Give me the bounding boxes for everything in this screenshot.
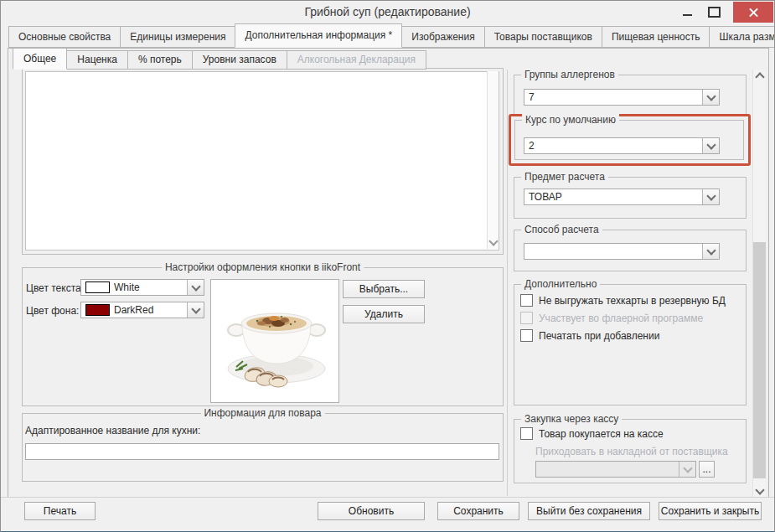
calc-method-group-title: Способ расчета [521,224,602,235]
darkred-color-swatch [85,304,110,316]
minimize-icon [683,14,692,16]
tab-loss-percent[interactable]: % потерь [127,50,193,70]
panel-divider [507,70,508,496]
kitchen-name-input[interactable] [25,443,499,460]
calc-subject-group-title: Предмет расчета [521,171,608,183]
checkbox-icon[interactable] [520,329,533,342]
allergen-group-title: Группы аллергенов [521,69,618,80]
maximize-button[interactable] [703,3,725,21]
tab-images[interactable]: Изображения [401,26,484,48]
maximize-icon [708,7,721,18]
calc-method-dropdown[interactable] [524,243,720,260]
save-and-close-button[interactable]: Сохранить и закрыть [659,502,762,520]
footer-divider [1,497,774,498]
cook-info-group-title: Информация для повара [200,407,324,419]
soup-image [211,280,337,400]
chevron-down-icon[interactable] [187,280,204,295]
allergen-value: 7 [524,91,702,103]
chevron-down-icon[interactable] [702,244,719,259]
invoice-dropdown [535,461,696,478]
main-tab-strip: Основные свойства Единицы измерения Допо… [8,26,775,48]
tab-units[interactable]: Единицы измерения [120,26,235,48]
edit-dialog-window: Грибной суп (редактирование) Основные св… [0,0,775,532]
dish-image-frame [210,279,339,403]
tab-nutrition[interactable]: Пищевая ценность [602,26,710,48]
bg-color-label: Цвет фона: [26,305,79,317]
checkbox-icon[interactable] [520,294,533,307]
checkbox-icon [520,312,533,324]
scroll-down-icon[interactable] [753,484,766,497]
invoice-label: Приходовать в накладной от поставщика [535,446,728,457]
chevron-down-icon[interactable] [702,90,719,105]
choose-image-button[interactable]: Выбрать... [343,280,425,298]
kitchen-name-label: Адаптированное название для кухни: [25,425,200,436]
save-button[interactable]: Сохранить [437,502,519,520]
course-value: 2 [524,140,702,152]
page-scrollbar[interactable] [752,70,766,497]
course-group-title: Курс по умолчанию [522,114,619,126]
text-color-label: Цвет текста: [26,282,84,294]
chevron-down-icon[interactable] [187,302,204,318]
tab-markup[interactable]: Наценка [66,50,128,70]
scroll-down-icon[interactable] [488,236,498,245]
bg-color-value: DarkRed [110,304,187,316]
allergen-dropdown[interactable]: 7 [524,89,720,106]
title-bar: Грибной суп (редактирование) [1,1,774,24]
invoice-browse-button: ... [699,461,715,478]
bg-color-dropdown[interactable]: DarkRed [80,302,204,318]
tab-supplier-goods[interactable]: Товары поставщиков [484,26,602,48]
exit-without-save-button[interactable]: Выйти без сохранения [528,502,650,520]
minimize-button[interactable] [676,3,698,21]
checkbox-flyer-program: Участвует во флаерной программе [520,312,703,324]
course-dropdown[interactable]: 2 [524,137,720,154]
close-button[interactable] [733,2,773,23]
sub-tab-strip: Общее Наценка % потерь Уровни запасов Ал… [13,49,426,70]
text-color-dropdown[interactable]: White [80,279,204,296]
scrollbar-thumb[interactable] [753,242,766,478]
purchase-group-title: Закупка через кассу [521,413,622,425]
tab-alcohol-declaration: Алкогольная Декларация [287,50,426,70]
text-color-value: White [110,281,187,293]
description-scrollbar[interactable] [487,71,499,249]
white-color-swatch [85,281,110,293]
tab-main-properties[interactable]: Основные свойства [8,26,121,48]
tab-stock-levels[interactable]: Уровни запасов [192,50,287,70]
calc-subject-value: ТОВАР [524,191,702,203]
checkbox-print-on-add[interactable]: Печатать при добавлении [520,329,659,342]
calc-subject-dropdown[interactable]: ТОВАР [524,189,720,205]
checkbox-purchased-at-register[interactable]: Товар покупается на кассе [520,427,664,440]
checkbox-no-export-techcards[interactable]: Не выгружать техкарты в резервную БД [520,294,726,307]
chevron-down-icon[interactable] [702,189,719,204]
description-textbox[interactable] [25,71,499,251]
tab-size-scale[interactable]: Шкала размеров [709,26,775,48]
refresh-button[interactable]: Обновить [318,502,425,520]
checkbox-icon[interactable] [520,427,533,440]
additional-group-title: Дополнительно [521,278,600,290]
print-button[interactable]: Печать [24,502,96,520]
chevron-down-icon[interactable] [702,138,719,153]
front-button-group-title: Настройки оформления кнопки в iikoFront [162,261,364,273]
chevron-down-icon [679,462,695,477]
window-title: Грибной суп (редактирование) [1,5,774,18]
tab-additional-info[interactable]: Дополнительная информация * [235,23,402,48]
delete-image-button[interactable]: Удалить [343,305,425,323]
tab-general[interactable]: Общее [13,48,67,70]
scroll-up-icon[interactable] [753,70,766,82]
